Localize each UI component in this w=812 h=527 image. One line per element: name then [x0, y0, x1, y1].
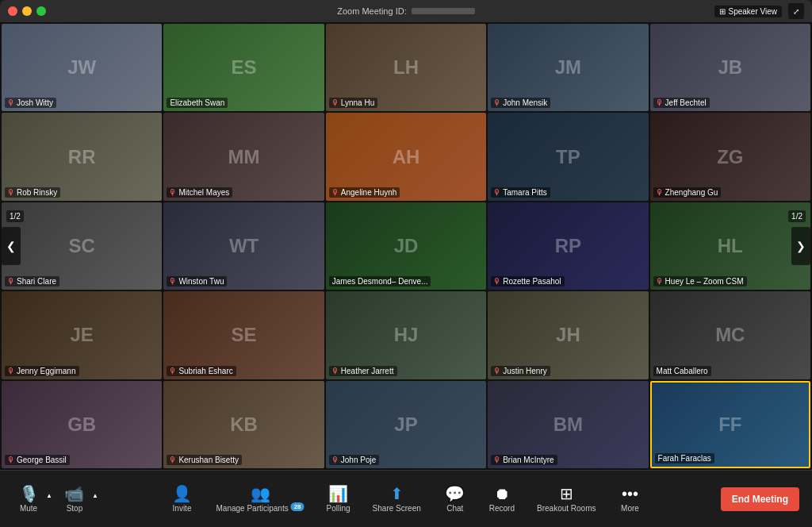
- participant-name-rob: 🎙Rob Rinsky: [5, 187, 60, 198]
- invite-button[interactable]: 👤 Invite: [163, 483, 202, 516]
- video-cell-lynna[interactable]: LH🎙Lynna Hu: [326, 24, 486, 111]
- video-cell-brian[interactable]: BM🎙Brian McIntyre: [488, 381, 648, 468]
- video-cell-heather[interactable]: HJ🎙Heather Jarrett: [326, 291, 486, 379]
- video-cell-jenny[interactable]: JE🎙Jenny Eggimann: [2, 291, 162, 379]
- speaker-view-button[interactable]: ⊞ Speaker View: [714, 6, 782, 17]
- video-cell-josh[interactable]: JW🎙Josh Witty: [2, 24, 162, 111]
- video-cell-rozette[interactable]: RP🎙Rozette Pasahol: [488, 202, 648, 290]
- chat-button[interactable]: 💬 Chat: [435, 483, 475, 516]
- video-cell-shari[interactable]: SC🎙Shari Clare: [2, 202, 162, 290]
- video-cell-tamara[interactable]: TP🎙Tamara Pitts: [488, 113, 648, 200]
- breakout-rooms-button[interactable]: ⊞ Breakout Rooms: [529, 483, 603, 516]
- title-bar: Zoom Meeting ID: ⊞ Speaker View ⤢: [0, 0, 812, 22]
- participant-name-josh: 🎙Josh Witty: [5, 98, 56, 108]
- toolbar-left: 🎙️ Mute ▲ 📹 Stop ▲: [13, 483, 102, 516]
- participant-name-jenny: 🎙Jenny Eggimann: [5, 366, 79, 376]
- video-cell-george[interactable]: GB🎙George Bassil: [2, 381, 162, 468]
- mic-muted-icon: 🎙: [657, 100, 663, 106]
- stop-video-arrow[interactable]: ▲: [90, 492, 102, 506]
- mic-muted-icon: 🎙: [8, 457, 14, 464]
- video-cell-kerushan[interactable]: KB🎙Kerushan Bisetty: [163, 381, 324, 468]
- mic-muted-icon: 🎙: [657, 279, 663, 285]
- video-cell-elizabeth[interactable]: ESElizabeth Swan: [163, 24, 324, 111]
- video-cell-winston[interactable]: WT🎙Winston Twu: [163, 202, 324, 290]
- participant-name-matt: Matt Caballero: [653, 366, 711, 376]
- video-cell-angeline[interactable]: AH🎙Angeline Huynh: [326, 113, 486, 200]
- maximize-button[interactable]: [36, 6, 46, 16]
- participant-name-jeff: 🎙Jeff Bechtel: [653, 98, 710, 108]
- mic-muted-icon: 🎙: [8, 367, 14, 374]
- mic-muted-icon: 🎙: [170, 367, 176, 374]
- meeting-title: Zoom Meeting ID:: [337, 6, 474, 16]
- mic-muted-icon: 🎙: [332, 457, 339, 464]
- video-cell-jeff[interactable]: JB🎙Jeff Bechtel: [650, 24, 810, 111]
- toolbar-center: 👤 Invite 👥 Manage Participants 28 📊 Poll…: [163, 483, 650, 516]
- video-cell-huey[interactable]: HL🎙Huey Le – Zoom CSM: [650, 202, 810, 290]
- polling-button[interactable]: 📊 Polling: [319, 483, 358, 516]
- participant-name-george: 🎙George Bassil: [5, 455, 70, 465]
- mic-muted-icon: 🎙: [494, 100, 500, 106]
- participants-badge: 28: [291, 502, 304, 511]
- mic-muted-icon: 🎙: [494, 367, 500, 374]
- video-cell-james[interactable]: JDJames Desmond– Denve...: [326, 202, 486, 290]
- share-screen-icon: ⬆: [390, 486, 404, 502]
- participant-name-lynna: 🎙Lynna Hu: [329, 98, 377, 108]
- participants-icon: 👥: [251, 486, 270, 502]
- participant-name-mitchel: 🎙Mitchel Mayes: [167, 187, 232, 198]
- record-icon: ⏺: [494, 486, 510, 502]
- mic-muted-icon: 🎙: [8, 279, 14, 285]
- video-cell-zhenghang[interactable]: ZG🎙Zhenghang Gu: [650, 113, 810, 200]
- mute-button[interactable]: 🎙️ Mute: [13, 483, 44, 516]
- participant-name-tamara: 🎙Tamara Pitts: [491, 187, 550, 198]
- prev-page-arrow[interactable]: ❮: [2, 227, 21, 265]
- breakout-icon: ⊞: [560, 486, 573, 502]
- top-right-controls: ⊞ Speaker View ⤢: [714, 3, 804, 19]
- end-meeting-button[interactable]: End Meeting: [721, 487, 799, 511]
- participant-name-kerushan: 🎙Kerushan Bisetty: [167, 455, 242, 465]
- video-grid: JW🎙Josh WittyESElizabeth SwanLH🎙Lynna Hu…: [0, 22, 812, 470]
- mute-arrow[interactable]: ▲: [44, 492, 56, 506]
- video-cell-subriah[interactable]: SE🎙Subriah Esharc: [163, 291, 324, 379]
- minimize-button[interactable]: [22, 6, 32, 16]
- chat-icon: 💬: [445, 486, 465, 502]
- video-cell-farah[interactable]: FFFarah Faraclas: [650, 381, 810, 468]
- video-cell-rob[interactable]: RR🎙Rob Rinsky: [2, 113, 162, 200]
- mic-muted-icon: 🎙: [170, 189, 176, 195]
- manage-participants-button[interactable]: 👥 Manage Participants 28: [209, 483, 312, 516]
- participant-name-angeline: 🎙Angeline Huynh: [329, 187, 400, 198]
- video-cell-justin[interactable]: JH🎙Justin Henry: [488, 291, 648, 379]
- video-icon: 📹: [64, 486, 84, 502]
- polling-icon: 📊: [328, 486, 348, 502]
- mic-muted-icon: 🎙: [8, 100, 14, 106]
- video-cell-matt[interactable]: MCMatt Caballero: [650, 291, 810, 379]
- share-screen-button[interactable]: ⬆ Share Screen: [365, 483, 429, 516]
- monitor-icon: ⊞: [719, 7, 726, 16]
- record-button[interactable]: ⏺ Record: [481, 483, 523, 516]
- mic-muted-icon: 🎙: [494, 457, 500, 464]
- invite-icon: 👤: [172, 486, 192, 502]
- fullscreen-button[interactable]: ⤢: [788, 3, 804, 19]
- mic-muted-icon: 🎙: [8, 189, 14, 195]
- participant-name-elizabeth: Elizabeth Swan: [167, 98, 228, 108]
- mic-muted-icon: 🎙: [332, 100, 339, 106]
- page-indicator-right: 1/2: [788, 210, 806, 222]
- video-cell-mitchel[interactable]: MM🎙Mitchel Mayes: [163, 113, 324, 200]
- video-cell-john2[interactable]: JP🎙John Poje: [326, 381, 486, 468]
- more-icon: •••: [622, 486, 638, 502]
- participant-name-winston: 🎙Winston Twu: [167, 276, 227, 287]
- next-page-arrow[interactable]: ❯: [791, 227, 810, 265]
- stop-video-button[interactable]: 📹 Stop: [59, 483, 90, 516]
- toolbar-right: End Meeting: [721, 487, 799, 511]
- mic-muted-icon: 🎙: [170, 457, 176, 464]
- page-indicator-left: 1/2: [6, 210, 24, 222]
- mic-icon: 🎙️: [19, 486, 39, 502]
- video-cell-john[interactable]: JM🎙John Mensik: [488, 24, 648, 111]
- close-button[interactable]: [8, 6, 17, 16]
- participant-name-shari: 🎙Shari Clare: [5, 276, 59, 287]
- window-controls: [8, 6, 46, 16]
- mic-muted-icon: 🎙: [494, 279, 500, 285]
- participant-name-james: James Desmond– Denve...: [329, 276, 431, 287]
- more-button[interactable]: ••• More: [611, 483, 650, 516]
- mic-muted-icon: 🎙: [494, 189, 500, 195]
- meeting-id-bar: [412, 8, 475, 14]
